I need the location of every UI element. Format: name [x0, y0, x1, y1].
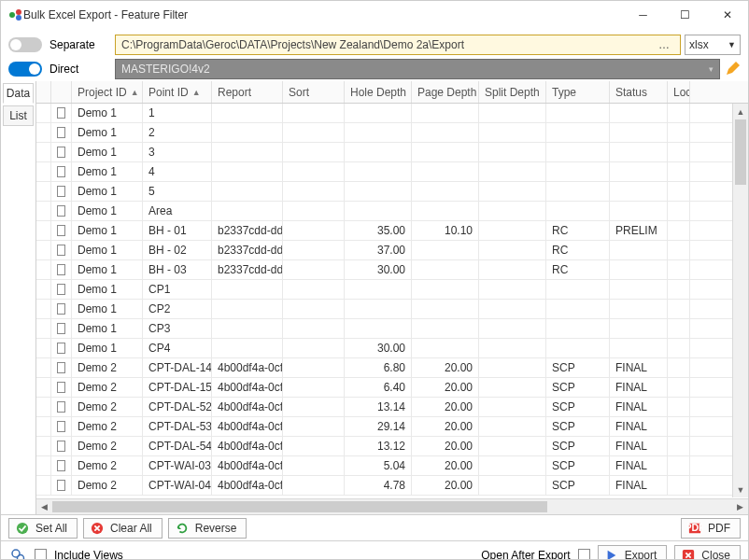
vertical-scroll-thumb[interactable] — [735, 119, 746, 185]
table-row[interactable]: Demo 1CP1 — [36, 280, 748, 300]
table-row[interactable]: Demo 2CPT-WAI-044b00df4a-0cf…4.7820.00SC… — [36, 476, 748, 496]
row-checkbox[interactable] — [57, 127, 65, 138]
col-loc[interactable]: Loc — [668, 81, 690, 103]
table-row[interactable]: Demo 1BH - 03b2337cdd-dd…30.00RC — [36, 260, 748, 280]
row-checkbox-cell[interactable] — [51, 398, 72, 416]
tab-list[interactable]: List — [3, 105, 34, 126]
row-handle[interactable] — [36, 476, 51, 495]
row-handle[interactable] — [36, 162, 51, 181]
row-checkbox[interactable] — [57, 225, 65, 236]
row-checkbox[interactable] — [57, 147, 65, 158]
row-checkbox[interactable] — [57, 284, 65, 295]
settings-icon[interactable] — [8, 546, 27, 561]
browse-button[interactable]: … — [654, 38, 674, 51]
table-row[interactable]: Demo 2CPT-DAL-524b00df4a-0cf…13.1420.00S… — [36, 398, 748, 417]
close-window-button[interactable]: ✕ — [706, 2, 748, 29]
row-checkbox[interactable] — [57, 166, 65, 177]
scroll-down-icon[interactable]: ▼ — [733, 482, 748, 497]
row-checkbox[interactable] — [57, 264, 65, 275]
row-checkbox-cell[interactable] — [51, 476, 72, 495]
row-handle[interactable] — [36, 260, 51, 279]
row-checkbox-cell[interactable] — [51, 456, 72, 475]
table-row[interactable]: Demo 2CPT-WAI-034b00df4a-0cf…5.0420.00SC… — [36, 456, 748, 476]
row-checkbox[interactable] — [57, 480, 65, 491]
row-checkbox-cell[interactable] — [51, 143, 72, 161]
table-row[interactable]: Demo 15 — [36, 182, 748, 202]
row-checkbox-cell[interactable] — [51, 280, 72, 299]
col-page-depth[interactable]: Page Depth — [412, 81, 479, 103]
row-handle[interactable] — [36, 398, 51, 416]
row-checkbox-cell[interactable] — [51, 104, 72, 122]
row-checkbox[interactable] — [57, 186, 65, 197]
col-status[interactable]: Status — [610, 81, 668, 103]
maximize-button[interactable]: ☐ — [664, 2, 706, 29]
col-point-id[interactable]: Point ID▲ — [143, 81, 212, 103]
table-row[interactable]: Demo 2CPT-DAL-144b00df4a-0cf…6.8020.00SC… — [36, 358, 748, 378]
master-select[interactable]: MASTERIGO!4v2 ▾ — [115, 59, 720, 79]
file-extension-select[interactable]: xlsx ▼ — [685, 35, 741, 55]
export-path-input[interactable]: C:\ProgramData\Geroc\DATA\Projects\New Z… — [115, 35, 681, 55]
pdf-button[interactable]: PDF PDF — [681, 518, 741, 539]
row-checkbox-cell[interactable] — [51, 221, 72, 240]
minimize-button[interactable]: ─ — [622, 2, 664, 29]
row-checkbox[interactable] — [57, 323, 65, 334]
scroll-left-icon[interactable]: ◀ — [36, 499, 52, 514]
row-checkbox[interactable] — [57, 401, 65, 413]
row-handle[interactable] — [36, 456, 51, 475]
row-checkbox[interactable] — [57, 460, 65, 471]
row-handle[interactable] — [36, 417, 51, 436]
row-checkbox-cell[interactable] — [51, 437, 72, 455]
row-checkbox-cell[interactable] — [51, 182, 72, 201]
row-checkbox[interactable] — [57, 107, 65, 119]
reverse-button[interactable]: Reverse — [168, 518, 247, 539]
row-handle[interactable] — [36, 104, 51, 122]
col-split-depth[interactable]: Split Depth — [479, 81, 546, 103]
table-row[interactable]: Demo 1BH - 02b2337cdd-dd…37.00RC — [36, 241, 748, 260]
table-row[interactable]: Demo 12 — [36, 123, 748, 143]
row-handle[interactable] — [36, 241, 51, 259]
row-handle[interactable] — [36, 280, 51, 299]
scroll-up-icon[interactable]: ▲ — [733, 104, 748, 119]
col-hole-depth[interactable]: Hole Depth — [345, 81, 412, 103]
row-checkbox[interactable] — [57, 441, 65, 452]
row-checkbox[interactable] — [57, 382, 65, 393]
master-edit-icon[interactable] — [724, 61, 741, 77]
direct-toggle[interactable] — [8, 62, 42, 77]
row-handle[interactable] — [36, 182, 51, 201]
row-checkbox-cell[interactable] — [51, 300, 72, 318]
col-check[interactable] — [51, 81, 72, 103]
row-checkbox[interactable] — [57, 343, 65, 354]
row-checkbox-cell[interactable] — [51, 241, 72, 259]
row-handle[interactable] — [36, 358, 51, 377]
set-all-button[interactable]: Set All — [8, 518, 78, 539]
table-row[interactable]: Demo 2CPT-DAL-154b00df4a-0cf…6.4020.00SC… — [36, 378, 748, 398]
row-checkbox-cell[interactable] — [51, 260, 72, 279]
table-row[interactable]: Demo 1CP430.00 — [36, 339, 748, 358]
row-handle[interactable] — [36, 143, 51, 161]
row-handle[interactable] — [36, 319, 51, 338]
row-checkbox-cell[interactable] — [51, 378, 72, 397]
table-row[interactable]: Demo 1BH - 01b2337cdd-dd…35.0010.10RCPRE… — [36, 221, 748, 241]
horizontal-scrollbar[interactable]: ◀ ▶ — [36, 498, 748, 514]
row-checkbox-cell[interactable] — [51, 202, 72, 220]
col-report[interactable]: Report — [212, 81, 283, 103]
row-checkbox-cell[interactable] — [51, 123, 72, 142]
row-checkbox[interactable] — [57, 303, 65, 315]
col-type[interactable]: Type — [546, 81, 610, 103]
horizontal-scroll-thumb[interactable] — [52, 501, 547, 512]
row-checkbox-cell[interactable] — [51, 358, 72, 377]
row-checkbox[interactable] — [57, 362, 65, 373]
table-row[interactable]: Demo 1Area — [36, 202, 748, 221]
table-row[interactable]: Demo 13 — [36, 143, 748, 162]
open-after-export-checkbox[interactable] — [578, 549, 590, 560]
include-views-checkbox[interactable] — [35, 549, 47, 560]
table-row[interactable]: Demo 2CPT-DAL-544b00df4a-0cf…13.1220.00S… — [36, 437, 748, 456]
row-handle[interactable] — [36, 378, 51, 397]
table-row[interactable]: Demo 11 — [36, 104, 748, 123]
row-handle[interactable] — [36, 123, 51, 142]
close-button[interactable]: Close — [674, 545, 741, 561]
row-checkbox-cell[interactable] — [51, 319, 72, 338]
row-handle[interactable] — [36, 339, 51, 357]
table-row[interactable]: Demo 2CPT-DAL-534b00df4a-0cf…29.1420.00S… — [36, 417, 748, 437]
table-row[interactable]: Demo 1CP2 — [36, 300, 748, 319]
